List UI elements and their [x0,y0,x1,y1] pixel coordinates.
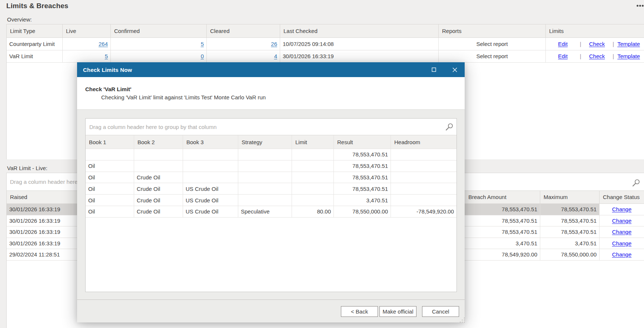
close-icon [452,67,457,72]
book1-cell: Oil [86,206,134,218]
col-header-book1[interactable]: Book 1 [86,135,134,149]
col-header-last-checked[interactable]: Last Checked [280,24,439,38]
limit-cell: 80.00 [292,206,334,218]
change-status-cell: Change [600,249,644,261]
select-report-cell[interactable]: Select report [439,38,546,50]
result-row[interactable]: Oil Crude Oil US Crude Oil Speculative 8… [86,206,457,218]
col-header-change-status[interactable]: Change Status [600,191,644,204]
strategy-cell [238,160,292,172]
template-link[interactable]: Template [617,53,640,59]
limit-cell [292,172,334,183]
book1-cell: Oil [86,195,134,206]
result-cell: 78,553,470.51 [334,172,391,183]
make-official-button[interactable]: Make official [379,306,416,317]
col-header-result[interactable]: Result [334,135,391,149]
dialog-titlebar[interactable]: Check Limits Now [77,62,465,77]
book2-cell: Crude Oil [134,183,183,195]
separator: | [613,41,614,47]
dialog-heading: Check 'VaR Limit' [85,86,132,92]
check-link[interactable]: Check [589,41,605,47]
col-header-strategy[interactable]: Strategy [238,135,292,149]
check-link[interactable]: Check [589,53,605,59]
book1-cell [86,149,134,160]
col-header-confirmed[interactable]: Confirmed [111,24,207,38]
result-row[interactable]: Oil Crude Oil US Crude Oil 78,553,470.51 [86,183,457,195]
col-header-limit-type[interactable]: Limit Type [7,24,63,38]
strategy-cell [238,183,292,195]
result-cell: 78,553,470.51 [334,149,391,160]
col-header-limits[interactable]: Limits [546,24,644,38]
confirmed-count-cell: 5 [111,38,207,50]
limit-cell [292,149,334,160]
live-count-link[interactable]: 5 [105,53,108,59]
maximize-icon [432,67,436,72]
limit-cell [292,160,334,172]
col-header-maximum[interactable]: Maximum [540,191,600,204]
change-status-cell: Change [600,238,644,249]
col-header-reports[interactable]: Reports [439,24,546,38]
change-link[interactable]: Change [612,206,632,212]
overview-label: Overview: [7,16,32,23]
result-cell: 3,470.51 [334,195,391,206]
live-count-link[interactable]: 264 [99,41,108,47]
change-link[interactable]: Change [612,240,632,246]
breach-amount-cell: 78,553,470.51 [465,215,540,227]
table-row: VaR Limit 5 0 4 30/01/2026 16:33:19 Sele… [7,50,644,63]
page-title: Limits & Breaches [6,2,69,10]
col-header-book2[interactable]: Book 2 [134,135,183,149]
book2-cell [134,149,183,160]
col-header-book3[interactable]: Book 3 [183,135,238,149]
breach-amount-cell: 78,553,470.51 [465,226,540,238]
limit-cell [292,195,334,206]
confirmed-count-link[interactable]: 5 [201,41,204,47]
book2-cell: Crude Oil [134,172,183,183]
col-header-limit[interactable]: Limit [292,135,334,149]
breach-amount-cell: 78,553,470.51 [465,204,540,215]
col-header-cleared[interactable]: Cleared [207,24,280,38]
result-row[interactable]: 78,553,470.51 [86,149,457,160]
cancel-button[interactable]: Cancel [422,306,459,317]
cleared-count-link[interactable]: 4 [274,53,277,59]
check-results-grid: Drag a column header here to group by th… [85,118,457,292]
headroom-cell [391,183,457,195]
overview-header-row: Limit Type Live Confirmed Cleared Last C… [7,24,644,38]
select-report-cell[interactable]: Select report [439,50,546,63]
book1-cell: Oil [86,160,134,172]
col-header-live[interactable]: Live [63,24,111,38]
cleared-count-link[interactable]: 26 [271,41,277,47]
edit-link[interactable]: Edit [558,41,568,47]
col-header-breach-amount[interactable]: Breach Amount [465,191,540,204]
confirmed-count-link[interactable]: 0 [201,53,204,59]
maximize-button[interactable] [426,62,442,77]
book3-cell: US Crude Oil [183,195,238,206]
headroom-cell [391,195,457,206]
resize-grip-icon[interactable] [459,317,465,322]
change-link[interactable]: Change [612,251,632,258]
book1-cell: Oil [86,183,134,195]
limits-actions-cell: Edit|Check|Template [546,50,644,63]
change-status-cell: Change [600,226,644,238]
maximum-cell: 78,550,000.00 [540,249,600,261]
dialog-description: Checking 'VaR Limit' limit against 'Limi… [101,94,266,100]
result-row[interactable]: Oil Crude Oil 78,553,470.51 [86,172,457,183]
back-button[interactable]: < Back [341,306,378,317]
book1-cell: Oil [86,172,134,183]
change-link[interactable]: Change [612,229,632,235]
result-cell: 78,553,470.51 [334,183,391,195]
result-row[interactable]: Oil Crude Oil US Crude Oil 3,470.51 [86,195,457,206]
search-icon[interactable] [445,123,454,131]
group-by-panel[interactable]: Drag a column header here to group by th… [86,119,457,135]
table-row: Counterparty Limit 264 5 26 10/07/2025 0… [7,38,644,50]
col-header-headroom[interactable]: Headroom [391,135,457,149]
ellipsis-menu-icon[interactable] [637,5,644,7]
change-link[interactable]: Change [612,218,632,224]
cleared-count-cell: 4 [207,50,280,63]
dialog-header: Check 'VaR Limit' Checking 'VaR Limit' l… [77,77,465,109]
close-button[interactable] [447,62,463,77]
result-row[interactable]: Oil 78,553,470.51 [86,160,457,172]
template-link[interactable]: Template [617,41,640,47]
edit-link[interactable]: Edit [558,53,568,59]
headroom-cell [391,160,457,172]
search-icon[interactable] [632,179,640,187]
book2-cell [134,160,183,172]
